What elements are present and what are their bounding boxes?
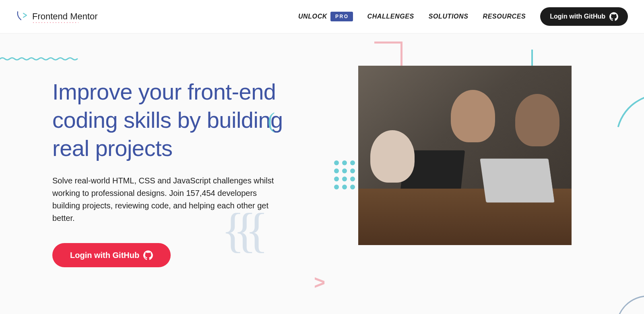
site-header: Frontend Mentor UNLOCK PRO CHALLENGES SO…	[0, 0, 644, 33]
decorative-arc-icon	[600, 78, 644, 199]
brand-name: Frontend Mentor	[32, 11, 98, 22]
brand-logo[interactable]: Frontend Mentor	[16, 11, 98, 22]
hero-copy: Improve your front-end coding skills by …	[52, 70, 302, 267]
decorative-paren-icon: (	[268, 108, 275, 133]
decorative-curly-braces-icon: {{{	[221, 203, 257, 258]
nav-challenges[interactable]: CHALLENGES	[367, 13, 414, 20]
hero-login-label: Login with GitHub	[70, 251, 139, 260]
nav-solutions[interactable]: SOLUTIONS	[429, 13, 469, 20]
decorative-circle-outline-icon	[616, 295, 644, 314]
brand-mark-icon	[16, 11, 28, 22]
nav-unlock-label: UNLOCK	[298, 13, 327, 20]
hero-section: Improve your front-end coding skills by …	[0, 33, 644, 267]
hero-visual	[326, 70, 604, 267]
hero-login-button[interactable]: Login with GitHub	[52, 243, 171, 267]
primary-nav: UNLOCK PRO CHALLENGES SOLUTIONS RESOURCE…	[298, 7, 628, 26]
github-icon	[143, 250, 153, 260]
hero-headline: Improve your front-end coding skills by …	[52, 78, 302, 162]
hero-photo	[358, 66, 572, 245]
squiggle-underline-icon	[0, 57, 80, 61]
header-login-label: Login with GitHub	[550, 13, 605, 20]
pro-badge: PRO	[330, 12, 353, 21]
decorative-angle-bracket-icon: >	[314, 271, 325, 293]
nav-unlock-pro[interactable]: UNLOCK PRO	[298, 12, 353, 21]
github-icon	[609, 12, 618, 21]
header-login-button[interactable]: Login with GitHub	[540, 7, 628, 26]
nav-resources[interactable]: RESOURCES	[483, 13, 526, 20]
